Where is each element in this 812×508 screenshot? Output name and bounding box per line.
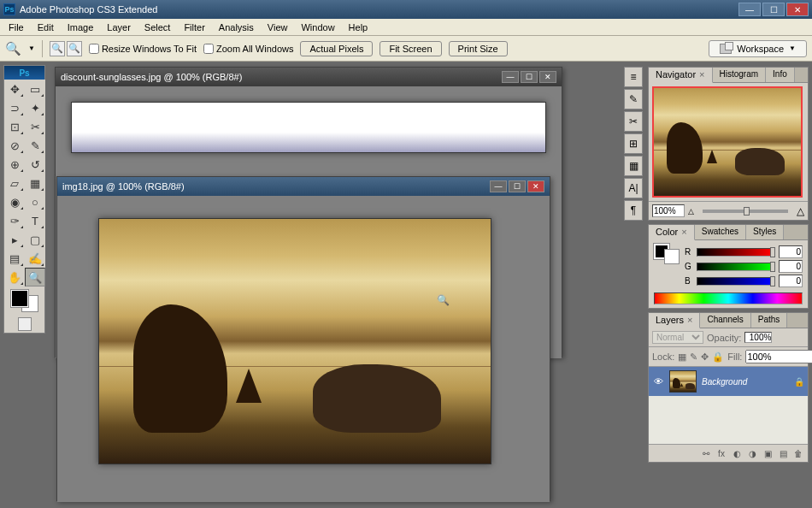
maximize-button[interactable]: ☐ [762,3,785,16]
r-slider[interactable] [697,248,772,257]
healing-brush-tool[interactable]: ⊘ [4,136,25,155]
actual-pixels-button[interactable]: Actual Pixels [300,41,373,56]
document-window-2[interactable]: img18.jpg @ 100% (RGB/8#) — ☐ ✕ 🔍 [56,176,550,501]
navigator-thumbnail[interactable] [652,86,803,198]
color-spectrum[interactable] [654,292,803,304]
resize-windows-checkbox[interactable]: Resize Windows To Fit [89,44,197,54]
menu-layer[interactable]: Layer [100,21,138,34]
marquee-tool[interactable]: ▭ [25,80,45,98]
standard-mode-button[interactable] [18,317,32,331]
tab-layers[interactable]: Layers× [649,313,700,328]
menu-view[interactable]: View [261,21,295,34]
new-layer-icon[interactable]: ▤ [775,446,791,460]
zoom-out-icon[interactable]: △ [688,207,694,216]
r-value[interactable] [779,245,803,258]
tab-color[interactable]: Color× [649,225,695,240]
doc1-close[interactable]: ✕ [539,71,556,83]
dock-icon-1[interactable]: ≡ [624,67,643,87]
clone-stamp-tool[interactable]: ⊕ [4,155,25,174]
eyedropper-tool[interactable]: ✍ [25,249,45,268]
layer-visibility-icon[interactable]: 👁 [652,375,664,387]
delete-layer-icon[interactable]: 🗑 [791,446,806,460]
adjustment-layer-icon[interactable]: ◑ [744,446,760,460]
lock-image-icon[interactable]: ✎ [690,351,697,363]
zoom-all-input[interactable] [203,44,214,54]
doc2-titlebar[interactable]: img18.jpg @ 100% (RGB/8#) — ☐ ✕ [57,177,550,196]
color-background[interactable] [664,249,680,264]
lasso-tool[interactable]: ⊃ [4,98,25,117]
menu-window[interactable]: Window [294,21,341,34]
path-selection-tool[interactable]: ▸ [4,230,25,249]
dodge-tool[interactable]: ○ [25,192,45,211]
lock-position-icon[interactable]: ✥ [701,351,709,363]
tab-info[interactable]: Info [766,68,795,82]
layer-thumbnail[interactable] [669,370,697,393]
color-panel-swatches[interactable] [654,244,680,286]
resize-windows-input[interactable] [89,44,99,54]
menu-analysis[interactable]: Analysis [212,21,261,34]
doc2-maximize[interactable]: ☐ [509,180,526,192]
move-tool[interactable]: ✥ [4,80,25,98]
g-value[interactable] [779,260,803,273]
menu-select[interactable]: Select [138,21,178,34]
gradient-tool[interactable]: ▦ [25,174,45,192]
foreground-color[interactable] [11,290,28,307]
hand-tool[interactable]: ✋ [4,268,25,286]
fit-screen-button[interactable]: Fit Screen [380,41,441,56]
tab-navigator[interactable]: Navigator× [649,68,713,83]
magic-wand-tool[interactable]: ✦ [25,98,45,117]
doc2-minimize[interactable]: — [490,180,507,192]
layer-name[interactable]: Background [702,377,789,387]
b-value[interactable] [779,275,803,287]
menu-edit[interactable]: Edit [31,21,61,34]
type-tool[interactable]: T [25,211,45,230]
palette-header[interactable]: Ps [4,66,44,80]
zoom-in-button[interactable]: 🔍 [50,41,65,56]
tab-histogram[interactable]: Histogram [713,68,767,82]
tab-channels[interactable]: Channels [700,313,750,328]
pen-tool[interactable]: ✑ [4,211,25,230]
brush-tool[interactable]: ✎ [25,136,45,155]
zoom-out-button[interactable]: 🔍 [67,41,82,56]
doc2-close[interactable]: ✕ [527,180,544,192]
fill-value[interactable] [745,350,812,363]
doc1-minimize[interactable]: — [502,71,519,83]
crop-tool[interactable]: ⊡ [4,117,25,136]
b-slider[interactable] [697,277,772,286]
workspace-button[interactable]: Workspace ▼ [709,40,807,57]
navigator-zoom-input[interactable] [652,204,685,217]
minimize-button[interactable]: — [738,3,761,16]
dock-brush-icon[interactable]: ✎ [624,89,643,109]
dock-tool-presets-icon[interactable]: ⊞ [624,133,643,154]
menu-help[interactable]: Help [342,21,375,34]
print-size-button[interactable]: Print Size [449,41,508,56]
zoom-all-checkbox[interactable]: Zoom All Windows [203,44,293,54]
doc1-titlebar[interactable]: discount-sunglasses.jpg @ 100% (RGB/8#) … [56,68,562,86]
menu-filter[interactable]: Filter [177,21,211,34]
history-brush-tool[interactable]: ↺ [25,155,45,174]
doc1-canvas[interactable] [71,102,546,153]
eraser-tool[interactable]: ▱ [4,174,25,192]
opacity-value[interactable] [744,332,772,343]
dock-character-icon[interactable]: A| [624,178,643,198]
layer-style-icon[interactable]: fx [714,446,729,460]
new-group-icon[interactable]: ▣ [760,446,775,460]
dropdown-arrow-icon[interactable]: ▼ [28,44,35,52]
g-slider[interactable] [697,263,772,271]
tab-paths[interactable]: Paths [751,313,788,328]
tab-swatches[interactable]: Swatches [695,225,746,239]
menu-file[interactable]: File [2,21,31,34]
tab-styles[interactable]: Styles [746,225,784,239]
slice-tool[interactable]: ✂ [25,117,45,136]
dock-layers-icon[interactable]: ▦ [624,156,643,176]
zoom-in-icon[interactable]: △ [797,205,804,217]
doc1-maximize[interactable]: ☐ [521,71,538,83]
blur-tool[interactable]: ◉ [4,192,25,211]
menu-image[interactable]: Image [61,21,101,34]
close-button[interactable]: ✕ [786,3,809,16]
notes-tool[interactable]: ▤ [4,249,25,268]
lock-transparency-icon[interactable]: ▦ [678,351,686,363]
link-layers-icon[interactable]: ⚯ [698,446,714,460]
layer-mask-icon[interactable]: ◐ [729,446,744,460]
layer-row-background[interactable]: 👁 Background 🔒 [649,367,808,396]
